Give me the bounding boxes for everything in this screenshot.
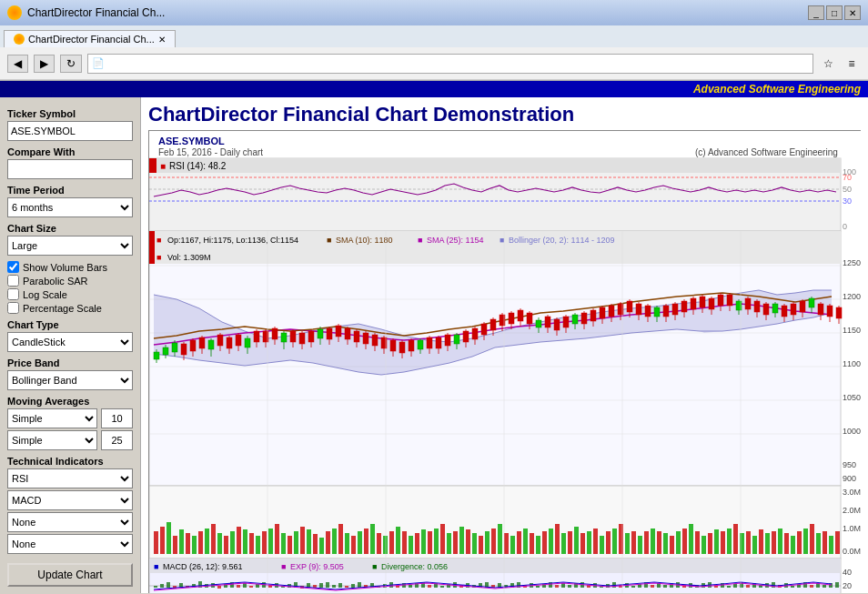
svg-text:40: 40 [843, 568, 852, 577]
svg-rect-220 [256, 536, 260, 554]
svg-rect-207 [173, 536, 177, 554]
svg-rect-174 [581, 313, 587, 324]
svg-rect-267 [555, 524, 560, 554]
tech1-select[interactable]: None RSI MACD [7, 468, 133, 488]
svg-rect-303 [784, 533, 789, 554]
price-band-select[interactable]: None Bollinger Band Price Band [7, 370, 133, 390]
tab-close-btn[interactable]: ✕ [158, 35, 166, 45]
active-tab[interactable]: ChartDirector Financial Ch... ✕ [4, 30, 176, 47]
ma2-period-input[interactable] [101, 430, 133, 450]
pct-scale-checkbox[interactable] [7, 302, 19, 314]
chart-type-select[interactable]: CandleStick OHLC Close Bar [7, 332, 133, 352]
svg-rect-172 [554, 319, 560, 330]
svg-rect-195 [800, 301, 805, 312]
update-chart-btn[interactable]: Update Chart [7, 563, 133, 587]
svg-rect-245 [415, 533, 419, 554]
show-volume-row[interactable]: Show Volume Bars [7, 261, 133, 273]
svg-rect-293 [721, 531, 725, 554]
svg-rect-287 [682, 529, 687, 554]
tech4-select[interactable]: None RSI MACD [7, 534, 133, 554]
ma1-period-input[interactable] [101, 408, 133, 428]
svg-text:■: ■ [154, 562, 158, 571]
tab-bar: ChartDirector Financial Ch... ✕ [0, 25, 868, 47]
svg-rect-274 [600, 536, 604, 554]
log-scale-row[interactable]: Log Scale [7, 288, 133, 300]
svg-rect-248 [434, 529, 439, 554]
chart-size-select[interactable]: Small Medium Large [7, 236, 133, 256]
svg-rect-294 [727, 529, 732, 554]
svg-text:1100: 1100 [843, 359, 861, 368]
ma1-type-select[interactable]: Simple Exponential Weighted [7, 408, 97, 428]
main-chart: ASE.SYMBOL Feb 15, 2016 - Daily chart (c… [149, 131, 868, 593]
svg-text:0.0M: 0.0M [843, 547, 861, 556]
svg-rect-64 [172, 343, 177, 352]
svg-rect-147 [290, 331, 296, 342]
svg-rect-170 [527, 313, 532, 324]
banner: Advanced Software Engineering [0, 81, 868, 97]
time-period-select[interactable]: 1 month 3 months 6 months 1 year 2 years [7, 197, 133, 217]
svg-rect-65 [208, 340, 214, 349]
svg-rect-19 [149, 231, 155, 249]
svg-rect-225 [288, 536, 292, 554]
svg-rect-196 [818, 304, 823, 315]
svg-rect-327 [167, 582, 170, 588]
svg-rect-289 [695, 531, 700, 554]
svg-rect-297 [746, 531, 751, 554]
svg-rect-194 [791, 304, 796, 315]
chart-area: ChartDirector Financial Chart Demonstrat… [141, 97, 868, 593]
svg-rect-160 [427, 337, 432, 348]
svg-rect-163 [463, 331, 469, 342]
ma2-type-select[interactable]: Simple Exponential Weighted [7, 430, 97, 450]
svg-rect-279 [631, 531, 636, 554]
svg-rect-264 [536, 536, 540, 554]
svg-rect-164 [472, 328, 478, 339]
tab-icon [14, 34, 25, 45]
svg-rect-241 [389, 531, 394, 554]
svg-rect-370 [440, 586, 444, 588]
bookmark-icon[interactable]: ☆ [819, 55, 837, 73]
pct-scale-row[interactable]: Percentage Scale [7, 302, 133, 314]
svg-rect-139 [190, 340, 196, 351]
svg-rect-150 [327, 328, 332, 339]
svg-rect-272 [587, 531, 591, 554]
svg-rect-212 [205, 529, 209, 554]
title-bar: ChartDirector Financial Ch... _ □ ✕ [0, 0, 868, 25]
svg-rect-138 [181, 344, 187, 355]
browser-icon [7, 5, 22, 20]
svg-rect-304 [791, 536, 795, 554]
compare-input[interactable] [7, 159, 133, 179]
svg-text:Divergence: 0.056: Divergence: 0.056 [381, 562, 448, 571]
menu-icon[interactable]: ≡ [843, 55, 861, 73]
svg-rect-353 [332, 585, 336, 588]
svg-rect-198 [836, 307, 842, 318]
parabolic-sar-row[interactable]: Parabolic SAR [7, 275, 133, 287]
svg-rect-228 [307, 529, 311, 554]
tech3-select[interactable]: None RSI MACD [7, 512, 133, 532]
parabolic-sar-checkbox[interactable] [7, 275, 19, 287]
svg-rect-405 [663, 585, 667, 588]
svg-rect-67 [281, 333, 287, 342]
svg-rect-254 [472, 533, 477, 554]
svg-text:EXP (9): 9.505: EXP (9): 9.505 [290, 562, 344, 571]
svg-rect-251 [453, 531, 458, 554]
tech2-select[interactable]: None RSI MACD [7, 490, 133, 510]
refresh-btn[interactable]: ↻ [60, 55, 82, 73]
svg-rect-280 [638, 536, 642, 554]
svg-rect-235 [351, 536, 356, 554]
ticker-input[interactable] [7, 121, 133, 141]
back-btn[interactable]: ◀ [7, 55, 28, 73]
close-btn[interactable]: ✕ [844, 5, 861, 20]
svg-rect-338 [237, 585, 240, 588]
log-scale-checkbox[interactable] [7, 288, 19, 300]
svg-rect-169 [518, 310, 523, 321]
minimize-btn[interactable]: _ [808, 5, 824, 20]
svg-rect-224 [281, 533, 286, 554]
show-volume-checkbox[interactable] [7, 261, 19, 273]
address-bar[interactable]: 📄 [87, 54, 813, 74]
forward-btn[interactable]: ▶ [34, 55, 55, 73]
window-controls[interactable]: _ □ ✕ [808, 5, 861, 20]
svg-rect-152 [345, 328, 350, 339]
svg-rect-284 [663, 533, 668, 554]
svg-rect-158 [399, 342, 405, 353]
maximize-btn[interactable]: □ [826, 5, 843, 20]
